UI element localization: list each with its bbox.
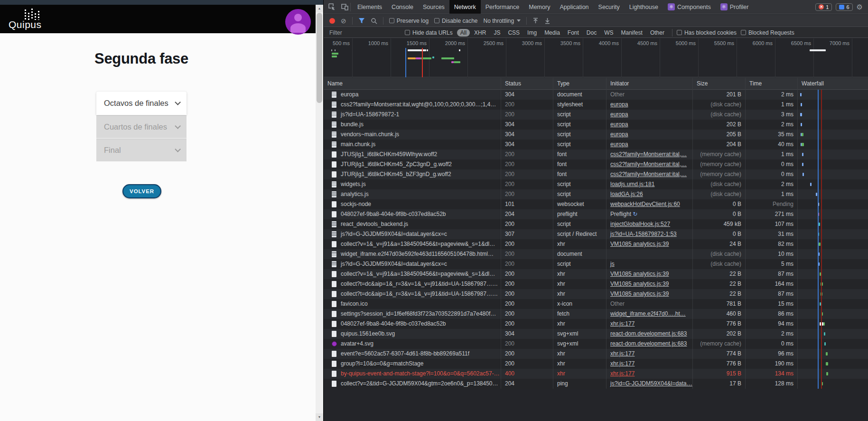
column-header-type[interactable]: Type — [553, 78, 607, 90]
scroll-down-arrow-icon[interactable]: ▼ — [316, 413, 323, 421]
network-request-row[interactable]: JTURjIg1_i6t8kCHKm45_bZF3gnD_g.woff2200f… — [324, 169, 868, 179]
network-request-row[interactable]: settings?session_id=1f6ef68fd3f723a70352… — [324, 309, 868, 319]
initiator-link[interactable]: js — [610, 261, 615, 267]
network-request-row[interactable]: css2?family=Montserrat:ital,wght@0,100;0… — [324, 100, 868, 110]
network-overview-timeline[interactable]: 500 ms1000 ms1500 ms2000 ms2500 ms3000 m… — [324, 38, 868, 77]
filter-pill-doc[interactable]: Doc — [583, 29, 600, 37]
filter-funnel-icon[interactable] — [358, 18, 365, 24]
initiator-link[interactable]: xhr.js:177 — [610, 360, 635, 367]
filter-pill-all[interactable]: All — [457, 29, 470, 37]
initiator-link[interactable]: xhr.js:177 — [610, 320, 635, 327]
network-request-row[interactable]: JTURjIg1_i6t8kCHKm45_ZpC3gnD_g.woff2200f… — [324, 159, 868, 169]
hide-data-urls-checkbox[interactable]: Hide data URLs — [405, 29, 453, 36]
network-request-row[interactable]: collect?t=dc&aip=1&_r=3&v=1&_v=j91&tid=U… — [324, 289, 868, 299]
scrollbar-thumb[interactable] — [317, 13, 322, 103]
initiator-link[interactable]: europa — [610, 131, 628, 138]
tab-components[interactable]: ⚛Components — [663, 0, 716, 14]
initiator-link[interactable]: webpackHotDevClient.js:60 — [610, 201, 680, 207]
column-header-size[interactable]: Size — [693, 78, 746, 90]
console-error-badge[interactable]: ✕ 1 — [815, 3, 832, 11]
network-request-row[interactable]: collect?v=1&_v=j91&a=1384509456&t=pagevi… — [324, 269, 868, 279]
initiator-link[interactable]: europa — [610, 121, 628, 128]
column-header-initiator[interactable]: Initiator — [607, 78, 693, 90]
initiator-link[interactable]: widget_iframe.e2f47d0….ht… — [610, 310, 686, 317]
network-request-row[interactable]: vendors~main.chunk.js304scripteuropa205 … — [324, 130, 868, 140]
filter-pill-manifest[interactable]: Manifest — [618, 29, 646, 37]
network-request-row[interactable]: group?l=10&o=0&g=matchStage200xhrxhr.js:… — [324, 359, 868, 369]
filter-pill-other[interactable]: Other — [647, 29, 668, 37]
tab-performance[interactable]: Performance — [481, 0, 524, 14]
network-request-row[interactable]: collect?v=2&tid=G-JGJDM59X04&gtm=2oe6n0&… — [324, 379, 868, 389]
export-har-icon[interactable] — [544, 18, 551, 24]
scroll-up-arrow-icon[interactable]: ▲ — [316, 5, 323, 12]
initiator-link[interactable]: VM1085 analytics.js:39 — [610, 271, 669, 277]
tab-network[interactable]: Network — [449, 0, 481, 14]
network-request-row[interactable]: JTUSjIg1_i6t8kCHKm459Wlhyw.woff2200fontc… — [324, 150, 868, 159]
network-request-row[interactable]: event?e=5602ac57-6307-4d61-8f8b-bb89269a… — [324, 349, 868, 359]
initiator-link[interactable]: css2?family=Montserrat:ital,… — [610, 161, 687, 168]
initiator-link[interactable]: VM1085 analytics.js:39 — [610, 281, 669, 287]
initiator-link[interactable]: europa — [610, 111, 628, 118]
network-request-row[interactable]: collect?t=dc&aip=1&_r=3&v=1&_v=j91&tid=U… — [324, 279, 868, 289]
record-network-log-icon[interactable] — [329, 18, 335, 24]
initiator-link[interactable]: xhr.js:177 — [610, 370, 635, 377]
network-request-row[interactable]: sockjs-node101websocketwebpackHotDevClie… — [324, 199, 868, 209]
preflight-redirect-icon[interactable]: ↻ — [631, 211, 637, 217]
filter-pill-ws[interactable]: WS — [601, 29, 616, 37]
initiator-link[interactable]: europa — [610, 101, 628, 108]
network-request-row[interactable]: bundle.js304scripteuropa202 B2 ms — [324, 120, 868, 130]
settings-gear-icon[interactable]: ⚙ — [857, 3, 863, 11]
initiator-link[interactable]: VM1085 analytics.js:39 — [610, 241, 669, 247]
network-request-row[interactable]: widget_iframe.e2f47d03e592fe463d11656051… — [324, 249, 868, 259]
network-request-row[interactable]: analytics.js200scriptloadGA.js:26(disk c… — [324, 189, 868, 199]
column-header-status[interactable]: Status — [501, 78, 553, 90]
initiator-link[interactable]: css2?family=Montserrat:ital,… — [610, 151, 687, 158]
tab-memory[interactable]: Memory — [524, 0, 555, 14]
tab-profiler[interactable]: ⚛Profiler — [716, 0, 754, 14]
disable-cache-checkbox[interactable]: Disable cache — [434, 18, 477, 24]
throttling-select[interactable]: No throttling — [483, 18, 521, 24]
inspect-element-icon[interactable] — [328, 3, 336, 10]
initiator-link[interactable]: js?id=G-JGJDM59X04&l=data… — [610, 380, 692, 387]
import-har-icon[interactable] — [532, 18, 539, 24]
blocked-requests-checkbox[interactable]: Blocked Requests — [741, 29, 794, 36]
initiator-link[interactable]: loadjs.umd.js:181 — [610, 181, 654, 187]
network-request-row[interactable]: js?id=UA-158679872-1200scripteuropa(disk… — [324, 110, 868, 120]
network-request-row[interactable]: main.chunk.js304scripteuropa204 B40 ms — [324, 140, 868, 150]
initiator-link[interactable]: css2?family=Montserrat:ital,… — [610, 171, 687, 178]
volver-button[interactable]: VOLVER — [122, 184, 161, 198]
column-header-waterfall[interactable]: Waterfall — [798, 78, 868, 90]
tab-console[interactable]: Console — [387, 0, 418, 14]
initiator-link[interactable]: react-dom.development.js:683 — [610, 330, 687, 337]
filter-pill-font[interactable]: Font — [564, 29, 582, 37]
network-request-row[interactable]: avatar+4.svg200svg+xmlreact-dom.developm… — [324, 339, 868, 349]
page-scrollbar[interactable]: ▲ ▼ — [316, 5, 323, 421]
tab-lighthouse[interactable]: Lighthouse — [625, 0, 663, 14]
network-request-row[interactable]: favicon.ico200x-iconOther781 B15 ms — [324, 299, 868, 309]
has-blocked-cookies-checkbox[interactable]: Has blocked cookies — [677, 29, 737, 36]
initiator-link[interactable]: europa — [610, 141, 628, 148]
initiator-link[interactable]: xhr.js:177 — [610, 350, 635, 357]
column-header-name[interactable]: Name — [324, 78, 501, 90]
network-request-row[interactable]: react_devtools_backend.js200scriptinject… — [324, 219, 868, 229]
clear-network-log-icon[interactable]: ⊘ — [341, 18, 346, 24]
network-request-row[interactable]: collect?v=1&_v=j91&a=1384509456&t=pagevi… — [324, 239, 868, 249]
issues-badge[interactable]: 6 — [836, 3, 852, 11]
network-request-row[interactable]: 048027ef-9ba8-404e-9f8b-c037ed8ac52b204p… — [324, 209, 868, 219]
search-icon[interactable] — [371, 18, 377, 24]
network-request-row[interactable]: js?id=G-JGJDM59X04&l=dataLayer&cx=c200sc… — [324, 259, 868, 269]
initiator-link[interactable]: react-dom.development.js:683 — [610, 340, 687, 347]
column-header-time[interactable]: Time — [746, 78, 798, 90]
network-request-row[interactable]: widgets.js200scriptloadjs.umd.js:181(dis… — [324, 179, 868, 189]
user-avatar[interactable] — [285, 9, 311, 35]
initiator-link[interactable]: js?id=UA-158679872-1:53 — [610, 231, 677, 237]
filter-pill-media[interactable]: Media — [541, 29, 563, 37]
tab-elements[interactable]: Elements — [353, 0, 387, 14]
device-toolbar-icon[interactable] — [341, 3, 348, 10]
stage-dropdown-octavos[interactable]: Octavos de finales — [96, 92, 187, 115]
network-request-row[interactable]: by-quipus-event-and-match-stage?l=100&o=… — [324, 369, 868, 379]
initiator-link[interactable]: injectGlobalHook.js:527 — [610, 221, 670, 227]
filter-pill-xhr[interactable]: XHR — [471, 29, 489, 37]
filter-input[interactable] — [329, 29, 401, 36]
initiator-link[interactable]: VM1085 analytics.js:39 — [610, 290, 669, 297]
